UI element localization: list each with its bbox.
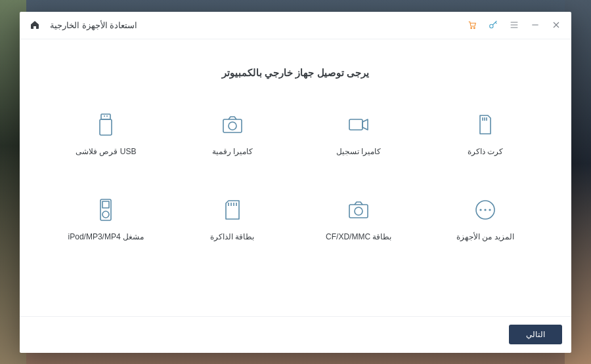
svg-point-6	[229, 122, 236, 130]
svg-point-16	[489, 209, 491, 211]
camera-icon	[218, 110, 247, 139]
device-grid: USB قرص فلاشى كاميرا رقمية كاميرا تسجيل …	[46, 110, 545, 241]
svg-point-15	[484, 209, 486, 211]
camcorder-icon	[344, 110, 373, 139]
device-label: المزيد من الأجهزة	[456, 232, 514, 241]
home-icon[interactable]	[29, 19, 41, 31]
device-digital-camera[interactable]: كاميرا رقمية	[173, 110, 293, 156]
minimize-icon[interactable]	[529, 19, 541, 31]
svg-rect-5	[223, 119, 242, 132]
svg-point-12	[355, 207, 362, 215]
next-button[interactable]: التالي	[509, 325, 562, 344]
usb-flash-icon	[91, 110, 120, 139]
page-heading: يرجى توصيل جهاز خارجي بالكمبيوتر	[222, 67, 369, 79]
more-icon	[471, 195, 500, 224]
svg-rect-3	[101, 114, 110, 119]
key-icon[interactable]	[487, 19, 499, 31]
menu-icon[interactable]	[508, 19, 520, 31]
svg-point-1	[473, 28, 475, 29]
app-window: استعادة الأجهزة الخارجية يرجى توصيل جهاز…	[20, 12, 571, 353]
device-cf-xd-mmc[interactable]: بطاقة CF/XD/MMC	[299, 195, 419, 241]
svg-point-14	[479, 209, 481, 211]
media-player-icon	[91, 195, 120, 224]
device-label: كرت ذاكرة	[468, 147, 503, 156]
titlebar: استعادة الأجهزة الخارجية	[20, 12, 571, 39]
device-camcorder[interactable]: كاميرا تسجيل	[299, 110, 419, 156]
device-label: كاميرا رقمية	[212, 147, 253, 156]
content-area: يرجى توصيل جهاز خارجي بالكمبيوتر USB قرص…	[20, 39, 571, 316]
cart-icon[interactable]	[466, 19, 478, 31]
device-usb-flash[interactable]: USB قرص فلاشى	[46, 110, 166, 156]
device-label: مشغل iPod/MP3/MP4	[68, 232, 144, 241]
close-icon[interactable]	[550, 19, 562, 31]
device-memory-card[interactable]: كرت ذاكرة	[426, 110, 546, 156]
device-label: كاميرا تسجيل	[336, 147, 381, 156]
device-memory-card-2[interactable]: بطاقة الذاكرة	[173, 195, 293, 241]
device-ipod-mp3[interactable]: مشغل iPod/MP3/MP4	[46, 195, 166, 241]
svg-point-2	[490, 24, 493, 28]
svg-rect-9	[102, 201, 109, 208]
cf-card-icon	[344, 195, 373, 224]
svg-point-0	[471, 28, 472, 29]
footer: التالي	[20, 316, 571, 353]
window-title: استعادة الأجهزة الخارجية	[50, 20, 137, 30]
memory-card-icon	[218, 195, 247, 224]
svg-rect-4	[100, 119, 112, 135]
svg-point-10	[102, 211, 109, 218]
svg-rect-7	[349, 119, 362, 130]
svg-rect-11	[349, 205, 368, 218]
device-label: USB قرص فلاشى	[76, 147, 136, 156]
device-label: بطاقة الذاكرة	[210, 232, 254, 241]
sd-card-icon	[471, 110, 500, 139]
device-more[interactable]: المزيد من الأجهزة	[426, 195, 546, 241]
device-label: بطاقة CF/XD/MMC	[326, 232, 391, 241]
